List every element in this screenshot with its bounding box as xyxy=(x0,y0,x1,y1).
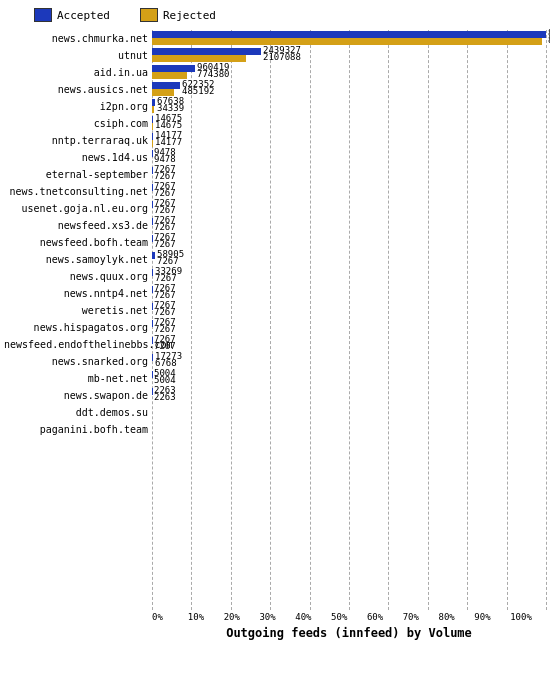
bar-group xyxy=(152,353,153,369)
bar-accepted xyxy=(152,65,195,72)
bar-rejected xyxy=(152,106,154,113)
bar-group xyxy=(152,336,153,352)
row-label: news.1d4.us xyxy=(4,152,152,163)
bar-row: aid.in.ua960419774380 xyxy=(4,64,546,80)
bar-rejected xyxy=(152,38,542,45)
rejected-label: Rejected xyxy=(163,9,216,22)
x-tick: 30% xyxy=(259,612,295,622)
bar-accepted xyxy=(152,388,153,395)
rejected-value: 2263 xyxy=(154,394,176,401)
bars-and-values: 72677267 xyxy=(152,166,546,182)
x-tick: 50% xyxy=(331,612,367,622)
bar-row: eternal-september72677267 xyxy=(4,166,546,182)
bar-values: 172736768 xyxy=(155,353,182,367)
bars-and-values: 622352485192 xyxy=(152,81,546,97)
bar-group xyxy=(152,251,155,267)
bar-values: 622352485192 xyxy=(182,81,215,95)
bars-and-values: 72677267 xyxy=(152,200,546,216)
bar-group xyxy=(152,30,546,46)
bar-group xyxy=(152,387,153,403)
row-label: csiph.com xyxy=(4,118,152,129)
bars-and-values: 1467514675 xyxy=(152,115,546,131)
bar-accepted xyxy=(152,167,153,174)
bar-group xyxy=(152,64,195,80)
bar-row: news.quux.org332697267 xyxy=(4,268,546,284)
bar-values: 72677267 xyxy=(154,200,176,214)
bar-values: 72677267 xyxy=(154,183,176,197)
bar-row: news.hispagatos.org72677267 xyxy=(4,319,546,335)
bars-and-values xyxy=(152,404,546,420)
bar-accepted xyxy=(152,201,153,208)
bar-accepted xyxy=(152,371,153,378)
bar-row: newsfeed.xs3.de72677267 xyxy=(4,217,546,233)
row-label: news.samoylyk.net xyxy=(4,254,152,265)
row-label: aid.in.ua xyxy=(4,67,152,78)
bar-rejected xyxy=(152,123,153,130)
bar-values: 332697267 xyxy=(155,268,182,282)
rejected-value: 485192 xyxy=(182,88,215,95)
bar-rejected xyxy=(152,55,246,62)
row-label: news.hispagatos.org xyxy=(4,322,152,333)
bar-row: news.samoylyk.net589057267 xyxy=(4,251,546,267)
rejected-value: 6768 xyxy=(155,360,182,367)
row-label: newsfeed.endofthelinebbs.com xyxy=(4,339,152,350)
bars-and-values: 72677267 xyxy=(152,183,546,199)
bar-group xyxy=(152,166,153,182)
bar-group xyxy=(152,285,153,301)
rejected-value: 7267 xyxy=(154,241,176,248)
rows-area: news.chmurka.net88405798759204utnut24393… xyxy=(4,30,546,610)
bar-rejected xyxy=(152,89,174,96)
x-axis-label: Outgoing feeds (innfeed) by Volume xyxy=(4,626,546,640)
rejected-value: 7267 xyxy=(154,207,176,214)
accepted-label: Accepted xyxy=(57,9,110,22)
grid-line xyxy=(546,30,547,610)
legend: Accepted Rejected xyxy=(4,8,546,22)
chart-area: news.chmurka.net88405798759204utnut24393… xyxy=(4,30,546,640)
bar-row: usenet.goja.nl.eu.org72677267 xyxy=(4,200,546,216)
bars-and-values: 22632263 xyxy=(152,387,546,403)
bars-and-values: 72677267 xyxy=(152,217,546,233)
bar-accepted xyxy=(152,82,180,89)
bar-values: 72677267 xyxy=(154,234,176,248)
rejected-value: 7267 xyxy=(154,190,176,197)
row-label: news.quux.org xyxy=(4,271,152,282)
bar-row: utnut24393272107088 xyxy=(4,47,546,63)
bar-group xyxy=(152,132,153,148)
bar-group xyxy=(152,268,153,284)
x-tick: 100% xyxy=(510,612,546,622)
row-label: news.chmurka.net xyxy=(4,33,152,44)
bars-and-values xyxy=(152,421,546,437)
bars-and-values: 88405798759204 xyxy=(152,30,546,46)
bar-row: ddt.demos.su xyxy=(4,404,546,420)
rejected-value: 7267 xyxy=(154,173,176,180)
bars-and-values: 72677267 xyxy=(152,302,546,318)
bar-group xyxy=(152,217,153,233)
rejected-value: 7267 xyxy=(154,326,176,333)
bar-accepted xyxy=(152,133,153,140)
rejected-value: 7267 xyxy=(157,258,184,265)
rejected-value: 7267 xyxy=(155,275,182,282)
x-tick: 70% xyxy=(403,612,439,622)
x-tick: 80% xyxy=(439,612,475,622)
bars-and-values: 72677267 xyxy=(152,336,546,352)
row-label: news.tnetconsulting.net xyxy=(4,186,152,197)
row-label: ddt.demos.su xyxy=(4,407,152,418)
legend-accepted: Accepted xyxy=(34,8,110,22)
accepted-color-box xyxy=(34,8,52,22)
bar-row: news.nntp4.net72677267 xyxy=(4,285,546,301)
x-tick: 10% xyxy=(188,612,224,622)
x-tick: 0% xyxy=(152,612,188,622)
bars-and-values: 172736768 xyxy=(152,353,546,369)
bar-accepted xyxy=(152,303,153,310)
bar-values: 72677267 xyxy=(154,285,176,299)
bar-row: csiph.com1467514675 xyxy=(4,115,546,131)
row-label: mb-net.net xyxy=(4,373,152,384)
bar-values: 589057267 xyxy=(157,251,184,265)
rejected-value: 7267 xyxy=(154,224,176,231)
bar-values: 72677267 xyxy=(154,166,176,180)
bars-and-values: 960419774380 xyxy=(152,64,546,80)
bars-and-values: 72677267 xyxy=(152,285,546,301)
bar-accepted xyxy=(152,31,546,38)
bar-accepted xyxy=(152,99,155,106)
bar-values: 72677267 xyxy=(154,302,176,316)
